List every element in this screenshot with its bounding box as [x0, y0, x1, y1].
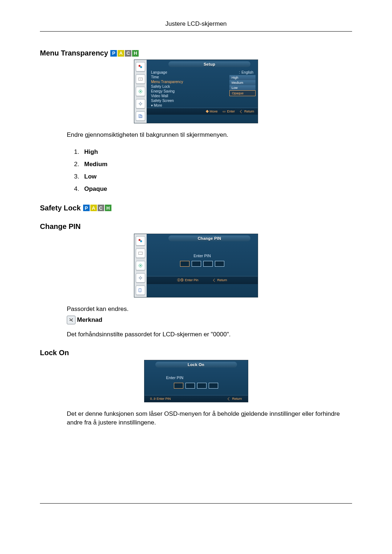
footer-rule [40, 503, 352, 504]
heading-lock-on: Lock On [40, 349, 352, 357]
osd-popup: High Medium Low Opaque [229, 75, 256, 96]
pin-digit[interactable] [197, 383, 207, 389]
multi-icon [136, 286, 145, 295]
pin-input[interactable] [148, 383, 244, 389]
pin-digit[interactable] [185, 383, 195, 389]
svg-point-0 [139, 65, 140, 67]
list-number: 4. [74, 183, 84, 195]
hint-move: Move [206, 110, 217, 113]
setup-icon [136, 99, 145, 108]
picture-icon [136, 236, 145, 246]
badges-menu-transparency: P A C H [110, 50, 139, 57]
pin-digit[interactable] [180, 261, 189, 267]
svg-point-12 [140, 265, 141, 266]
osd-title: Setup [168, 61, 250, 67]
badge-a: A [90, 205, 97, 211]
badge-c: C [125, 50, 131, 57]
osd-title: Change PIN [168, 235, 250, 241]
osd-footer: 0..9 Enter PIN Return [144, 395, 248, 402]
pin-digit[interactable] [174, 383, 183, 389]
list-item: High [84, 148, 98, 155]
list-number: 2. [74, 158, 84, 171]
note-text: Det forhåndsinnstilte passordet for LCD-… [67, 330, 352, 339]
osd-footer: ⓪⑨ Enter Pin Return [147, 276, 258, 284]
desc-lock-on: Det er denne funksjonen som låser OSD-me… [67, 410, 352, 427]
svg-point-9 [140, 240, 142, 242]
badge-p: P [83, 205, 90, 211]
hint-enter: ▭Enter [222, 110, 235, 113]
svg-point-4 [140, 91, 141, 92]
badges-safety-lock: P A C H [83, 205, 111, 211]
list-number: 1. [74, 146, 84, 158]
desc-menu-transparency: Endre gjennomsiktigheten til bakgrunnen … [67, 131, 352, 139]
heading-change-pin: Change PIN [40, 222, 352, 231]
enter-pin-label: Enter PIN [148, 376, 244, 380]
pin-digit[interactable] [203, 261, 213, 267]
picture-icon [136, 62, 145, 71]
page-title: Justere LCD-skjermen [40, 20, 352, 32]
osd-lock-on: Lock On Enter PIN 0..9 Enter PIN Return [144, 360, 248, 402]
popup-option[interactable]: Medium [229, 80, 256, 85]
pin-digit[interactable] [215, 261, 224, 267]
list-item: Medium [84, 161, 107, 168]
sound-icon [136, 87, 145, 96]
hint-enter-pin: ⓪⑨ Enter Pin [177, 278, 198, 283]
hint-return: Return [213, 278, 227, 283]
svg-point-1 [140, 66, 142, 68]
list-menu-transparency: 1.High 2.Medium 3.Low 4.Opaque [74, 146, 352, 195]
sound-icon [136, 261, 145, 270]
badge-h: H [132, 50, 139, 57]
note-icon [67, 316, 75, 324]
svg-point-8 [139, 239, 140, 241]
osd-footer: Move ▭Enter Return [147, 108, 258, 115]
pin-digit[interactable] [192, 261, 201, 267]
osd-sidebar [134, 234, 147, 297]
svg-point-5 [139, 103, 141, 104]
multi-icon [136, 111, 145, 121]
setup-icon [136, 273, 145, 283]
hint-return: Return [228, 397, 242, 401]
input-icon [136, 74, 145, 84]
list-item: Opaque [84, 185, 107, 192]
pin-digit[interactable] [209, 383, 218, 389]
desc-change-pin: Passordet kan endres. [67, 305, 352, 313]
popup-option[interactable]: High [229, 75, 256, 80]
osd-row[interactable]: Safety Screen [151, 98, 253, 103]
osd-row-more[interactable]: ▾ More [151, 103, 253, 108]
hint-enter-pin: 0..9 Enter PIN [150, 397, 171, 401]
list-number: 3. [74, 171, 84, 183]
osd-title: Lock On [155, 362, 237, 368]
svg-rect-14 [139, 288, 141, 292]
badge-p: P [110, 50, 117, 57]
badge-a: A [118, 50, 124, 57]
heading-menu-transparency: Menu Transparency [40, 49, 108, 57]
pin-input[interactable] [150, 261, 254, 267]
popup-option[interactable]: Low [229, 85, 256, 90]
popup-option-selected[interactable]: Opaque [229, 90, 256, 96]
input-icon [136, 249, 145, 258]
badge-c: C [98, 205, 104, 211]
hint-return: Return [240, 110, 254, 113]
badge-h: H [105, 205, 111, 211]
osd-row[interactable]: Language:English [151, 70, 253, 75]
svg-point-13 [139, 277, 141, 279]
note-label: Merknad [77, 316, 102, 324]
enter-pin-label: Enter PIN [150, 254, 254, 258]
osd-change-pin: Change PIN Enter PIN ⓪⑨ Enter Pin Return [134, 234, 258, 297]
list-item: Low [84, 173, 97, 180]
osd-sidebar [134, 60, 147, 123]
osd-setup: Setup Language:English Time Menu Transpa… [134, 59, 258, 123]
svg-rect-10 [139, 252, 143, 254]
heading-safety-lock: Safety Lock [40, 204, 81, 212]
